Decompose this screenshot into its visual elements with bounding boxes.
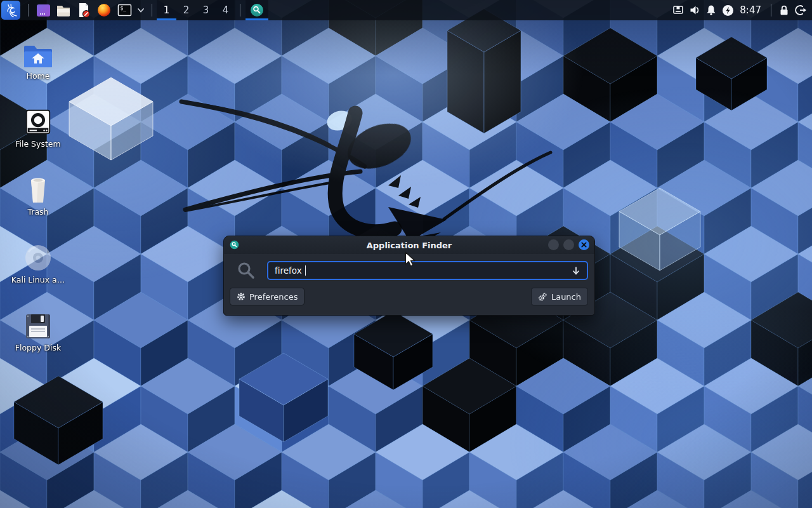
bell-icon <box>705 4 717 17</box>
dialog-button-row: Preferences Launch <box>230 288 588 305</box>
maximize-button[interactable] <box>563 239 574 250</box>
desktop-icon-home[interactable]: Home <box>3 36 73 81</box>
chevron-down-icon <box>137 6 145 14</box>
workspace-button-1[interactable]: 1 <box>157 0 176 20</box>
workspace-button-2[interactable]: 2 <box>176 0 196 20</box>
desktop-icon-file-system[interactable]: File System <box>3 104 73 149</box>
desktop-label: Home <box>27 71 50 81</box>
launch-label: Launch <box>551 292 581 302</box>
dropdown-arrow-icon[interactable] <box>572 266 580 276</box>
power-manager-tray-button[interactable] <box>719 0 736 20</box>
workspace-number: 1 <box>164 4 170 16</box>
file-manager-launcher[interactable] <box>53 0 74 20</box>
kali-menu-button[interactable] <box>1 1 20 20</box>
text-caret <box>305 265 306 276</box>
workspace-number: 2 <box>183 4 190 16</box>
panel-separator <box>771 4 771 17</box>
search-row: firefox <box>230 261 588 280</box>
application-finder-window: Application Finder <box>223 236 595 316</box>
terminal-dropdown-button[interactable] <box>134 0 147 20</box>
titlebar[interactable]: Application Finder <box>224 236 594 254</box>
search-input[interactable]: firefox <box>267 261 588 280</box>
firefox-launcher[interactable] <box>94 0 114 20</box>
run-gears-icon <box>538 292 547 302</box>
desktop-label: Kali Linux a… <box>11 275 65 284</box>
desktop-icon-trash[interactable]: Trash <box>3 171 73 217</box>
folder-icon <box>55 2 72 18</box>
logout-icon <box>794 4 807 17</box>
top-panel: $_ 1 2 3 4 <box>0 0 812 20</box>
clock[interactable]: 8:47 <box>740 4 761 16</box>
desktop-icon-kali-linux[interactable]: Kali Linux a… <box>3 239 73 284</box>
minimize-button[interactable] <box>548 239 559 250</box>
window-controls <box>548 239 589 250</box>
drive-icon <box>23 104 53 137</box>
trash-bin-icon <box>24 171 52 204</box>
volume-tray-button[interactable] <box>686 0 703 20</box>
desktop-label: Trash <box>27 207 48 217</box>
volume-icon <box>688 4 701 17</box>
search-icon <box>237 261 256 280</box>
desktop-icon-floppy-disk[interactable]: Floppy Disk <box>3 307 73 352</box>
panel-separator <box>240 4 240 17</box>
lock-icon <box>778 4 790 17</box>
active-workspace-indicator <box>157 18 176 20</box>
home-folder-icon <box>23 36 53 69</box>
taskbar-app-finder-button[interactable] <box>246 0 268 20</box>
purple-window-icon <box>36 3 51 18</box>
preferences-button[interactable]: Preferences <box>230 288 304 305</box>
panel-right-group: 8:47 <box>670 0 812 20</box>
app-finder-window-icon <box>230 240 239 250</box>
power-bolt-icon <box>722 4 734 17</box>
launch-button[interactable]: Launch <box>531 288 588 305</box>
window-title: Application Finder <box>224 241 594 250</box>
desktop-label: Floppy Disk <box>15 343 61 352</box>
panel-separator <box>152 4 152 17</box>
workspace-number: 3 <box>203 4 209 16</box>
lock-screen-button[interactable] <box>776 0 792 20</box>
ethernet-icon <box>672 4 684 17</box>
panel-left-group: $_ 1 2 3 4 <box>0 0 268 20</box>
workspace-button-4[interactable]: 4 <box>216 0 235 20</box>
workspace-button-3[interactable]: 3 <box>196 0 216 20</box>
dialog-body: firefox Preferences <box>224 254 594 311</box>
workspace-number: 4 <box>223 4 229 16</box>
desktop-window-launcher[interactable] <box>33 0 53 20</box>
ghosted-disc-icon <box>23 239 53 272</box>
close-button[interactable] <box>579 239 589 250</box>
kali-desktop: Home File System <box>0 0 812 508</box>
svg-text:$_: $_ <box>120 6 126 11</box>
notifications-tray-button[interactable] <box>703 0 719 20</box>
firefox-icon <box>96 3 112 18</box>
text-editor-launcher[interactable] <box>74 0 94 20</box>
desktop-label: File System <box>15 139 61 149</box>
terminal-icon: $_ <box>117 3 133 18</box>
preferences-label: Preferences <box>249 292 298 302</box>
active-task-indicator <box>246 18 268 20</box>
kali-logo-icon <box>3 3 18 18</box>
panel-separator <box>28 4 29 17</box>
logout-button[interactable] <box>792 0 809 20</box>
terminal-launcher[interactable]: $_ <box>114 0 134 20</box>
document-edit-icon <box>75 2 92 18</box>
search-input-value: firefox <box>275 265 302 276</box>
network-tray-button[interactable] <box>670 0 686 20</box>
floppy-disk-icon <box>24 307 52 340</box>
gear-icon <box>237 292 246 301</box>
close-icon <box>581 242 587 248</box>
app-finder-icon <box>250 3 264 17</box>
